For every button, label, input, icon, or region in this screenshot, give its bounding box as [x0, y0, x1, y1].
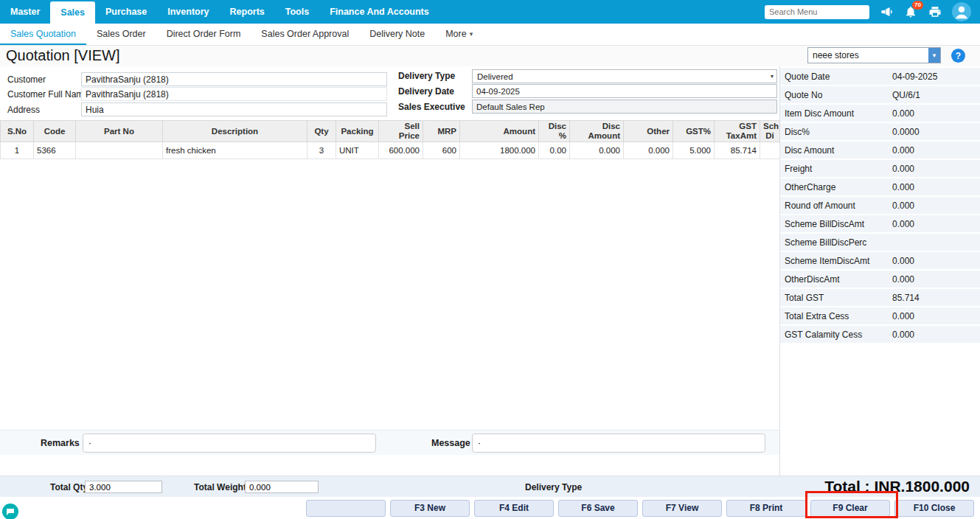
subnav-item-more[interactable]: More ▾	[435, 24, 483, 45]
total-weight-label: Total Weight	[194, 482, 246, 492]
sales-executive-input[interactable]	[472, 100, 777, 114]
summary-row-gst-calamity-cess: GST Calamity Cess 0.000	[780, 326, 980, 343]
top-navbar: Master Sales Purchase Inventory Reports …	[0, 0, 980, 24]
summary-row-freight: Freight 0.000	[780, 160, 980, 177]
column-header-disc-perc: Disc %	[539, 121, 570, 142]
nav-item-purchase[interactable]: Purchase	[95, 0, 157, 24]
total-qty-input[interactable]	[85, 481, 162, 493]
summary-row-total-extra-cess: Total Extra Cess 0.000	[780, 307, 980, 324]
summary-row-disc-perc: Disc% 0.0000	[780, 123, 980, 140]
f9-clear-button[interactable]: F9 Clear	[810, 500, 890, 517]
f8-print-button[interactable]: F8 Print	[726, 500, 806, 517]
summary-label: Item Disc Amount	[780, 108, 892, 119]
total-weight-input[interactable]	[245, 481, 319, 493]
nav-item-finance-and-accounts[interactable]: Finance And Accounts	[319, 0, 439, 24]
total-qty-label: Total Qty	[50, 482, 88, 492]
chat-widget-icon[interactable]	[1, 503, 19, 519]
subnav-label: Sales Order Approval	[261, 29, 349, 39]
summary-row-otherdiscamt: OtherDiscAmt 0.000	[780, 271, 980, 288]
address-label: Address	[7, 105, 40, 115]
remarks-input[interactable]	[83, 433, 376, 453]
remarks-label: Remarks	[41, 438, 80, 448]
cell-other: 0.000	[624, 142, 673, 159]
summary-row-disc-amount: Disc Amount 0.000	[780, 142, 980, 159]
summary-row-scheme-itemdiscamt: Scheme ItemDiscAmt 0.000	[780, 252, 980, 269]
table-row[interactable]: 1 5366 fresh chicken 3 UNIT 600.000 600 …	[1, 142, 780, 159]
delivery-type-footer-label: Delivery Type	[525, 482, 582, 492]
delivery-type-select[interactable]: Delivered ▾	[472, 69, 777, 83]
summary-row-quote-date: Quote Date 04-09-2025	[780, 68, 980, 85]
summary-panel: Quote Date 04-09-2025 Quote No QU/6/1 It…	[780, 68, 980, 344]
summary-label: Scheme BillDiscAmt	[780, 219, 892, 229]
f4-edit-button[interactable]: F4 Edit	[474, 500, 554, 517]
column-header-part-no: Part No	[76, 121, 163, 142]
column-header-packing: Packing	[336, 121, 379, 142]
f10-close-button[interactable]: F10 Close	[894, 500, 974, 517]
customer-input[interactable]	[81, 72, 387, 86]
summary-value: 85.714	[892, 293, 980, 303]
cell-disc-perc: 0.00	[539, 142, 570, 159]
nav-item-sales[interactable]: Sales	[50, 1, 95, 24]
subnav-item-sales-quotation[interactable]: Sales Quotation	[0, 24, 86, 45]
summary-label: OtherCharge	[780, 182, 892, 192]
summary-label: Freight	[780, 164, 892, 174]
chevron-down-icon[interactable]: ▼	[928, 48, 940, 63]
nav-item-tools[interactable]: Tools	[275, 0, 319, 24]
message-input[interactable]	[472, 433, 765, 453]
f3-new-button[interactable]: F3 New	[390, 500, 470, 517]
summary-value: 0.000	[892, 274, 980, 285]
delivery-date-input[interactable]	[472, 84, 777, 98]
customer-full-name-input[interactable]	[81, 87, 387, 101]
subnav-item-delivery-note[interactable]: Delivery Note	[359, 24, 435, 45]
announcement-icon[interactable]	[879, 4, 894, 19]
column-header-sell-price: Sell Price	[379, 121, 423, 142]
summary-label: OtherDiscAmt	[780, 274, 892, 285]
cell-code: 5366	[34, 142, 76, 159]
column-header-disc-amount: Disc Amount	[570, 121, 624, 142]
subnav-label: Delivery Note	[369, 29, 425, 39]
subnav-item-direct-order-form[interactable]: Direct Order Form	[156, 24, 251, 45]
subnav-label: Sales Order	[97, 29, 146, 39]
cell-sno: 1	[1, 142, 34, 159]
summary-value: 0.000	[892, 219, 980, 229]
subnav-label: More	[445, 29, 466, 39]
column-header-mrp: MRP	[423, 121, 460, 142]
summary-row-round-off-amount: Round off Amount 0.000	[780, 197, 980, 214]
summary-value: 0.000	[892, 330, 980, 340]
summary-value: 0.000	[892, 108, 980, 119]
column-header-sno: S.No	[1, 121, 34, 142]
subnav-item-sales-order[interactable]: Sales Order	[86, 24, 156, 45]
totals-bar: Total Qty Total Weight Delivery Type Tot…	[0, 476, 980, 497]
summary-value: 0.000	[892, 164, 980, 174]
items-table: S.No Code Part No Description Qty Packin…	[0, 120, 780, 159]
store-selector-value: neee stores	[808, 48, 928, 63]
message-label: Message	[431, 438, 470, 448]
search-menu-input[interactable]	[765, 5, 869, 19]
cell-description: fresh chicken	[163, 142, 307, 159]
chevron-down-icon: ▾	[470, 30, 473, 38]
summary-label: GST Calamity Cess	[780, 330, 892, 340]
nav-item-master[interactable]: Master	[0, 0, 50, 24]
nav-item-reports[interactable]: Reports	[220, 0, 275, 24]
cell-packing: UNIT	[336, 142, 379, 159]
store-selector[interactable]: neee stores ▼	[807, 47, 941, 63]
f6-save-button[interactable]: F6 Save	[558, 500, 638, 517]
subnav-item-sales-order-approval[interactable]: Sales Order Approval	[251, 24, 359, 45]
delivery-type-value: Delivered	[473, 72, 771, 81]
nav-item-inventory[interactable]: Inventory	[157, 0, 219, 24]
user-avatar[interactable]	[952, 2, 971, 21]
blank-button[interactable]	[306, 500, 386, 517]
action-bar: F3 New F4 Edit F6 Save F7 View F8 Print …	[0, 497, 980, 519]
subnav-label: Direct Order Form	[167, 29, 241, 39]
delivery-date-label: Delivery Date	[398, 86, 454, 97]
cell-part-no	[76, 142, 163, 159]
page-title: Quotation [VIEW]	[6, 47, 120, 64]
printer-icon[interactable]	[928, 4, 942, 19]
help-icon[interactable]: ?	[951, 49, 965, 63]
summary-row-scheme-billdiscamt: Scheme BillDiscAmt 0.000	[780, 215, 980, 232]
sales-executive-label: Sales Executive	[398, 102, 465, 112]
address-input[interactable]	[81, 102, 387, 116]
summary-value: 0.000	[892, 182, 980, 192]
f7-view-button[interactable]: F7 View	[642, 500, 722, 517]
notifications-bell-icon[interactable]: 70	[903, 4, 918, 19]
